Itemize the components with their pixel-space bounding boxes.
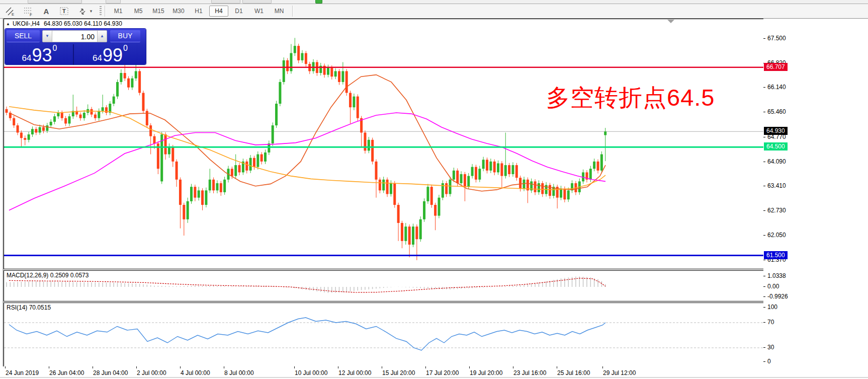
candle <box>382 177 385 193</box>
macd-panel: MACD(12,26,9) 0.2509 0.0573 <box>4 270 764 301</box>
candle <box>220 181 222 196</box>
candle <box>171 145 174 167</box>
arrows-tool-icon[interactable]: ▾ <box>74 5 96 18</box>
chevron-down-icon: ▾ <box>90 9 93 14</box>
candle <box>223 177 226 195</box>
candle <box>256 151 259 170</box>
buy-button[interactable]: BUY <box>110 30 140 42</box>
partial-button <box>211 0 240 4</box>
svg-text:T: T <box>62 8 66 14</box>
timeframe-h1[interactable]: H1 <box>189 6 208 17</box>
candle <box>585 170 588 182</box>
axis-tick <box>763 38 765 39</box>
ma-slow-line[interactable] <box>9 113 605 210</box>
rsi-chart <box>4 303 763 366</box>
candle <box>312 59 315 74</box>
volume-input[interactable] <box>52 31 97 42</box>
timeframe-d1[interactable]: D1 <box>229 6 248 17</box>
candle <box>412 223 414 247</box>
candle <box>338 69 340 85</box>
timeframe-w1[interactable]: W1 <box>249 6 269 17</box>
timeframe-m30[interactable]: M30 <box>169 6 188 17</box>
candle <box>64 116 67 126</box>
candle <box>345 69 348 96</box>
candle <box>279 79 281 106</box>
candle <box>319 63 322 75</box>
candle <box>209 169 211 193</box>
toolbar-grip[interactable] <box>100 6 102 16</box>
svg-text:E: E <box>12 12 14 16</box>
candle <box>91 107 93 117</box>
candle <box>113 94 115 106</box>
candle <box>35 127 37 135</box>
equidistant-channel-icon[interactable]: E <box>2 5 18 18</box>
candle <box>375 160 378 198</box>
candle <box>164 132 167 160</box>
collapse-panel-icon[interactable]: ▲ <box>6 22 10 26</box>
time-axis-label: 29 Jul 12:00 <box>603 369 636 376</box>
candle <box>242 159 244 175</box>
price-axis: 67.50066.82066.14065.46064.77064.09063.4… <box>763 19 868 368</box>
candle <box>124 63 126 81</box>
rsi-axis-label: 30 <box>767 344 774 351</box>
macd-axis-label: 1.0338 <box>767 272 786 279</box>
timeframe-h4[interactable]: H4 <box>209 6 228 17</box>
candle <box>127 76 130 90</box>
candle <box>109 101 111 115</box>
price-axis-label: 66.140 <box>767 84 786 91</box>
timeframe-mn[interactable]: MN <box>270 6 289 17</box>
volume-increase-icon[interactable]: ▲ <box>97 31 107 42</box>
candle <box>393 181 396 208</box>
window-left-edge <box>0 19 4 379</box>
candle <box>482 157 485 172</box>
candle <box>168 143 170 158</box>
timeframe-m1[interactable]: M1 <box>109 6 128 17</box>
axis-tick <box>763 186 765 186</box>
timeframe-m5[interactable]: M5 <box>129 6 148 17</box>
candle <box>297 44 300 63</box>
candle <box>323 63 326 78</box>
timeframe-bar: M1M5M15M30H1H4D1W1MN <box>108 6 289 17</box>
candle <box>179 177 182 228</box>
support-level-badge: 61.500 <box>764 251 788 259</box>
axis-tick <box>763 361 765 362</box>
resistance-level-badge: 66.707 <box>764 63 788 71</box>
axis-tick <box>763 307 765 308</box>
candle <box>341 62 344 85</box>
volume-decrease-icon[interactable]: ▼ <box>43 31 52 42</box>
time-tick <box>338 366 338 368</box>
candle <box>198 187 200 200</box>
axis-tick <box>763 235 765 236</box>
candle <box>475 165 477 182</box>
price-axis-label: 67.500 <box>767 35 786 42</box>
candle <box>13 116 15 128</box>
time-axis-label: 19 Jul 20:00 <box>470 369 502 376</box>
time-axis-label: 2 Jul 00:00 <box>137 369 166 376</box>
buy-price-display[interactable]: 64 99 0 <box>75 44 145 65</box>
timeframe-m15[interactable]: M15 <box>149 6 168 17</box>
partial-icon-green <box>315 0 322 4</box>
buy-price-big: 99 <box>103 47 123 63</box>
candle <box>582 170 584 184</box>
candle <box>600 151 603 173</box>
candle <box>386 177 389 197</box>
candle <box>597 160 599 174</box>
candle <box>460 171 463 186</box>
time-tick <box>5 366 6 368</box>
sell-button[interactable]: SELL <box>7 30 40 42</box>
sell-price-display[interactable]: 64 93 0 <box>6 44 74 65</box>
axis-tick <box>763 112 765 112</box>
axis-tick <box>763 87 765 88</box>
candle <box>216 180 218 193</box>
fibonacci-icon[interactable]: F <box>20 5 36 18</box>
text-tool-icon[interactable]: A <box>38 5 54 18</box>
time-tick <box>602 366 603 368</box>
candle <box>120 69 122 85</box>
chart-annotation-text[interactable]: 多空转折点64.5 <box>546 82 715 114</box>
candle <box>371 138 374 165</box>
candle <box>408 224 411 257</box>
candle <box>238 163 241 175</box>
chart-shift-marker-icon[interactable] <box>667 20 674 23</box>
time-axis-label: 4 Jul 00:00 <box>181 369 210 376</box>
text-label-icon[interactable]: T <box>56 5 72 18</box>
